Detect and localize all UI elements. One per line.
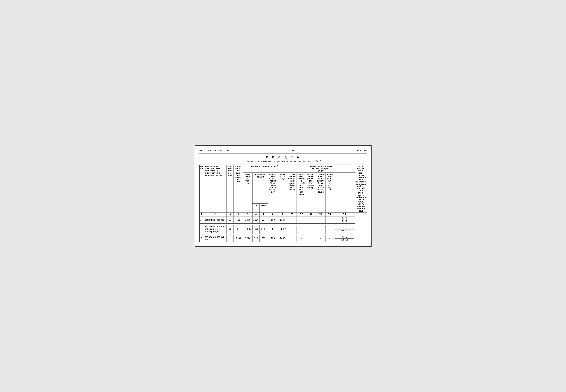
table-cell: I007 (268, 225, 278, 234)
spacer-row (199, 224, 367, 225)
th-plan: плано-выенакоп-ления% отстои-мостипо гр.… (268, 173, 278, 212)
th-osnov: в томчислеоснов-наязара-бот-ная·плата (287, 173, 297, 212)
colnum-2: 2 (204, 212, 226, 217)
th-pryamye: пря-мыеза-тра-ты (243, 173, 252, 212)
th-nakl-pct: % (252, 203, 260, 212)
table-cell: I. (199, 217, 204, 224)
table-row: 3Металлоконструк- циит2,84I2248,6I05I06I… (199, 235, 367, 242)
table-cell: - (306, 225, 316, 234)
th-smetna: Сметная стоимость, руб. (243, 165, 287, 173)
table-cell: - (326, 235, 334, 242)
th-vsego2: всегоподан-нымгр.I0,I2,I3 (326, 173, 334, 212)
document-header: 902-2-359 Альбом 4.85 - 20 - 18559·05 (199, 149, 367, 154)
colnum-7: 7 (260, 212, 268, 217)
table-cell: - (287, 217, 297, 224)
colnum-1: I (199, 212, 204, 217)
th-nakl-sum: сумма (260, 203, 268, 212)
colnum-3: 3 (227, 212, 234, 217)
table-cell: I435 (278, 235, 287, 242)
main-table: №№пп Наименованиеконструктивныхэлементов… (199, 165, 367, 242)
header-center: - 20 - (288, 149, 297, 152)
colnum-14: I4 (326, 212, 334, 217)
th-vsego: всегопо гр.5,7,8 (278, 173, 287, 212)
th-name: Наименованиеконструктивныхэлементов ивид… (204, 165, 226, 212)
table-cell: I77 (260, 217, 268, 224)
colnum-12: I2 (306, 212, 316, 217)
colnum-13: I3 (316, 212, 326, 217)
table-cell: - (316, 217, 326, 224)
header-left: 902-2-359 Альбом 4.85 (199, 149, 230, 152)
th-qty: Коли-чест-воеди-ницизме-ре-ния (234, 165, 243, 212)
table-cell: 8,6 (252, 235, 260, 242)
table-cell: - (316, 225, 326, 234)
table-cell: Земляные работы (204, 217, 226, 224)
th-nakl: накладныерасходы (252, 173, 268, 204)
table-cell: 588 (234, 217, 243, 224)
title-sub: объемов и стоимости работ к локальной см… (199, 160, 367, 163)
col-numbers-row: I 2 3 4 5 6 7 8 9 IO II I2 I3 I4 I5 (199, 212, 367, 217)
table-cell: - (316, 235, 326, 242)
table-cell-udel: 73,I3I04,9I (334, 225, 355, 234)
th-ekspl: эксп-луат.машинв т.ч.%отзара-бот-наяплат… (297, 173, 306, 212)
colnum-4: 4 (234, 212, 243, 217)
th-udel: Удель-ный весстои-мос-ти конструктивного… (355, 165, 367, 212)
table-cell: Бетонные и желе- зобетонные конструкции (204, 225, 226, 234)
table-cell: I29,6I (234, 225, 243, 234)
title-main: С В О Д К А (199, 155, 367, 159)
table-cell: 2,84 (234, 235, 243, 242)
colnum-11: II (297, 212, 306, 217)
table-cell: 3 (199, 235, 204, 242)
header-right: 18559·05 (355, 149, 367, 152)
table-cell: I224 (243, 235, 252, 242)
spacer-row (199, 234, 367, 235)
table-cell: - (287, 235, 297, 242)
header-row-1: №№пп Наименованиеконструктивныхэлементов… (199, 165, 367, 173)
table-cell: - (306, 217, 316, 224)
table-row: I.Земляные работым3588I070I6,5I77I00I347… (199, 217, 367, 224)
table-cell: - (287, 225, 297, 234)
table-cell: м3 (227, 217, 234, 224)
document-page: 902-2-359 Альбом 4.85 - 20 - 18559·05 С … (195, 145, 372, 247)
table-body: I.Земляные работым3588I070I6,5I77I00I347… (199, 217, 367, 242)
title-block: С В О Д К А объемов и стоимости работ к … (199, 155, 367, 163)
colnum-15: I5 (334, 212, 355, 217)
table-cell: - (297, 235, 306, 242)
th-num: №№пп (199, 165, 204, 212)
table-cell: - (297, 225, 306, 234)
table-cell: - (306, 235, 316, 242)
table-cell: I00 (268, 217, 278, 224)
colnum-6: 6 (252, 212, 260, 217)
th-unit: Еди-ницаизмере-ния (227, 165, 234, 212)
table-cell-udel: 7,72505,28 (334, 235, 355, 242)
table-cell: м3 (227, 225, 234, 234)
table-cell: I05 (260, 235, 268, 242)
table-cell: I783 (260, 225, 268, 234)
th-nakladn: в нак-ладныхрасхо-дах,% отсуммыпо гр.7 (306, 173, 316, 212)
th-norm: Нормативная услов-но-чистая прод-укция (287, 165, 355, 173)
table-cell: I0807 (243, 225, 252, 234)
table-cell: I6,5 (252, 217, 260, 224)
table-cell: I6,5 (252, 225, 260, 234)
table-cell: Металлоконструк- ции (204, 235, 226, 242)
colnum-9: 9 (278, 212, 287, 217)
table-cell: т (227, 235, 234, 242)
table-cell: - (297, 217, 306, 224)
table-row: 2Бетонные и желе- зобетонные конструкции… (199, 225, 367, 234)
colnum-8: 8 (268, 212, 278, 217)
colnum-10: IO (287, 212, 297, 217)
table-cell: I06 (268, 235, 278, 242)
table-cell: 2 (199, 225, 204, 234)
colnum-5: 5 (243, 212, 252, 217)
th-plan2: в пла-новыхнакоп-дениях% отстои-мостипо … (316, 173, 326, 212)
table-cell: I3597 (278, 225, 287, 234)
table-cell: - (326, 225, 334, 234)
table-cell: I347 (278, 217, 287, 224)
table-cell: - (326, 217, 334, 224)
table-cell: I070 (243, 217, 252, 224)
table-cell-udel: 7,242,29 (334, 217, 355, 224)
